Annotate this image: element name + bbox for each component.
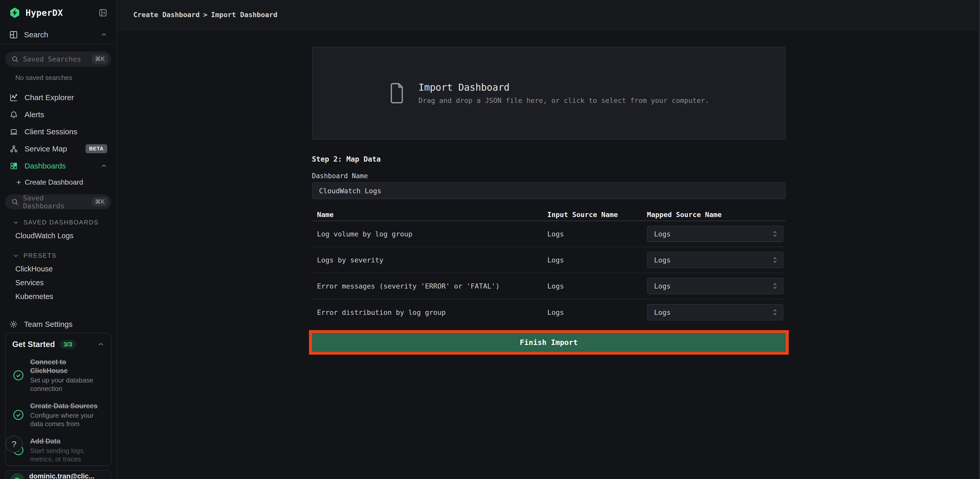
selected-value: Logs bbox=[654, 282, 671, 290]
finish-import-button[interactable]: Finish Import bbox=[312, 333, 786, 352]
sidebar-item-label: Dashboards bbox=[24, 162, 66, 170]
get-started-title: Get Started bbox=[12, 340, 55, 349]
preset-clickhouse[interactable]: ClickHouse bbox=[0, 262, 116, 276]
task-title: Create Data Sources bbox=[30, 402, 99, 410]
dashboard-name-label: Dashboard Name bbox=[312, 172, 786, 180]
chevron-up-icon bbox=[97, 341, 104, 348]
chart-explorer-icon bbox=[9, 93, 18, 102]
bell-icon bbox=[9, 110, 18, 119]
column-header-mapped-source: Mapped Source Name bbox=[647, 211, 786, 218]
task-create-data-sources[interactable]: Create Data Sources Configure where your… bbox=[12, 402, 104, 428]
click-highlight-annotation: Finish Import bbox=[309, 330, 789, 355]
sidebar-item-search[interactable]: Search bbox=[0, 25, 116, 45]
column-header-name: Name bbox=[312, 211, 547, 218]
input-source-name: Logs bbox=[547, 309, 647, 317]
sidebar: HyperDX Search Saved Searches ⌘K No save… bbox=[0, 0, 117, 479]
create-dashboard-button[interactable]: + Create Dashboard bbox=[0, 174, 116, 190]
sidebar-item-client-sessions[interactable]: Client Sessions bbox=[0, 123, 116, 140]
check-circle-icon bbox=[12, 409, 24, 421]
table-row: Error distribution by log group Logs Log… bbox=[312, 299, 786, 325]
task-desc: Configure where your data comes from bbox=[30, 411, 104, 428]
task-title: Add Data bbox=[30, 437, 99, 446]
selected-value: Logs bbox=[654, 256, 671, 264]
dashboard-name-value: CloudWatch Logs bbox=[319, 187, 382, 195]
task-desc: Start sending logs, metrics, or traces bbox=[30, 447, 104, 463]
sidebar-item-label: Alerts bbox=[24, 110, 44, 119]
input-source-name: Logs bbox=[547, 230, 647, 238]
column-header-input-source: Input Source Name bbox=[547, 211, 647, 218]
scrollbar-track[interactable] bbox=[979, 0, 980, 479]
plus-icon: + bbox=[16, 178, 21, 187]
breadcrumb-import-dashboard: Import Dashboard bbox=[211, 11, 277, 19]
sidebar-item-alerts[interactable]: Alerts bbox=[0, 106, 116, 123]
hyperdx-logo-icon bbox=[9, 7, 21, 18]
saved-dashboard-cloudwatch-logs[interactable]: CloudWatch Logs bbox=[0, 229, 116, 243]
table-header-row: Name Input Source Name Mapped Source Nam… bbox=[312, 208, 786, 221]
sidebar-item-team-settings[interactable]: Team Settings bbox=[0, 315, 116, 333]
select-updown-icon bbox=[772, 230, 778, 238]
section-saved-dashboards[interactable]: SAVED DASHBOARDS bbox=[0, 216, 116, 229]
saved-dashboards-input[interactable]: Saved Dashboards ⌘K bbox=[5, 194, 111, 209]
brand-title: HyperDX bbox=[25, 8, 63, 18]
saved-searches-placeholder: Saved Searches bbox=[23, 55, 81, 63]
mapped-source-select[interactable]: Logs bbox=[647, 278, 783, 294]
mapped-source-select[interactable]: Logs bbox=[647, 252, 783, 268]
mapped-source-select[interactable]: Logs bbox=[647, 226, 783, 242]
user-menu[interactable]: D dominic.tran@clic... dominic.tran@clic… bbox=[5, 470, 111, 479]
section-presets[interactable]: PRESETS bbox=[0, 249, 116, 262]
table-row: Log volume by log group Logs Logs bbox=[312, 221, 786, 247]
gear-icon bbox=[9, 320, 18, 329]
dropzone-title: Import Dashboard bbox=[418, 82, 709, 93]
table-row: Error messages (severity 'ERROR' or 'FAT… bbox=[312, 273, 786, 299]
file-icon bbox=[388, 83, 405, 103]
avatar: D bbox=[10, 473, 24, 479]
topbar: Create Dashboard > Import Dashboard bbox=[118, 0, 980, 30]
chart-name: Log volume by log group bbox=[312, 230, 547, 238]
task-title: Connect to ClickHouse bbox=[30, 358, 99, 375]
breadcrumb-create-dashboard[interactable]: Create Dashboard bbox=[133, 11, 200, 19]
task-connect-clickhouse[interactable]: Connect to ClickHouse Set up your databa… bbox=[12, 358, 104, 393]
help-button[interactable]: ? bbox=[6, 436, 22, 452]
select-updown-icon bbox=[772, 282, 778, 290]
import-dropzone[interactable]: Import Dashboard Drag and drop a JSON fi… bbox=[312, 47, 786, 139]
sidebar-item-chart-explorer[interactable]: Chart Explorer bbox=[0, 89, 116, 106]
section-label: PRESETS bbox=[24, 252, 57, 259]
task-desc: Set up your database connection bbox=[30, 376, 104, 393]
section-label: SAVED DASHBOARDS bbox=[24, 219, 99, 226]
saved-searches-input[interactable]: Saved Searches ⌘K bbox=[5, 52, 111, 67]
collapse-sidebar-icon[interactable] bbox=[99, 8, 107, 17]
beta-badge: BETA bbox=[86, 144, 107, 153]
dashboards-grid-icon bbox=[9, 162, 18, 170]
search-icon bbox=[11, 198, 19, 206]
mapped-source-select[interactable]: Logs bbox=[647, 304, 783, 320]
task-add-data[interactable]: Add Data Start sending logs, metrics, or… bbox=[12, 437, 104, 463]
search-icon bbox=[11, 56, 19, 63]
sidebar-item-service-map[interactable]: Service Map BETA bbox=[0, 140, 116, 157]
chart-name: Error distribution by log group bbox=[312, 309, 547, 317]
chevron-down-icon bbox=[13, 219, 19, 226]
sidebar-item-dashboards[interactable]: Dashboards bbox=[0, 157, 116, 174]
saved-dashboards-placeholder: Saved Dashboards bbox=[23, 194, 88, 210]
shortcut-badge: ⌘K bbox=[92, 54, 108, 64]
check-circle-icon bbox=[12, 369, 24, 382]
get-started-header[interactable]: Get Started 3/3 bbox=[12, 340, 104, 349]
table-row: Logs by severity Logs Logs bbox=[312, 247, 786, 273]
get-started-progress-badge: 3/3 bbox=[59, 340, 76, 349]
preset-services[interactable]: Services bbox=[0, 276, 116, 290]
team-settings-label: Team Settings bbox=[24, 320, 73, 329]
selected-value: Logs bbox=[654, 309, 671, 317]
sidebar-item-label: Chart Explorer bbox=[24, 93, 74, 102]
chevron-down-icon bbox=[13, 253, 19, 259]
shortcut-badge: ⌘K bbox=[92, 197, 108, 207]
chevron-up-icon bbox=[100, 162, 107, 169]
laptop-icon bbox=[9, 127, 18, 136]
dropzone-subtitle: Drag and drop a JSON file here, or click… bbox=[418, 97, 709, 104]
user-name: dominic.tran@clic... bbox=[29, 473, 94, 479]
select-updown-icon bbox=[772, 256, 778, 264]
preset-kubernetes[interactable]: Kubernetes bbox=[0, 290, 116, 303]
chevron-right-icon: › bbox=[103, 476, 106, 479]
chart-name: Error messages (severity 'ERROR' or 'FAT… bbox=[312, 282, 547, 290]
breadcrumb-separator: > bbox=[203, 11, 207, 19]
dashboard-name-input[interactable]: CloudWatch Logs bbox=[312, 182, 786, 199]
input-source-name: Logs bbox=[547, 256, 647, 264]
